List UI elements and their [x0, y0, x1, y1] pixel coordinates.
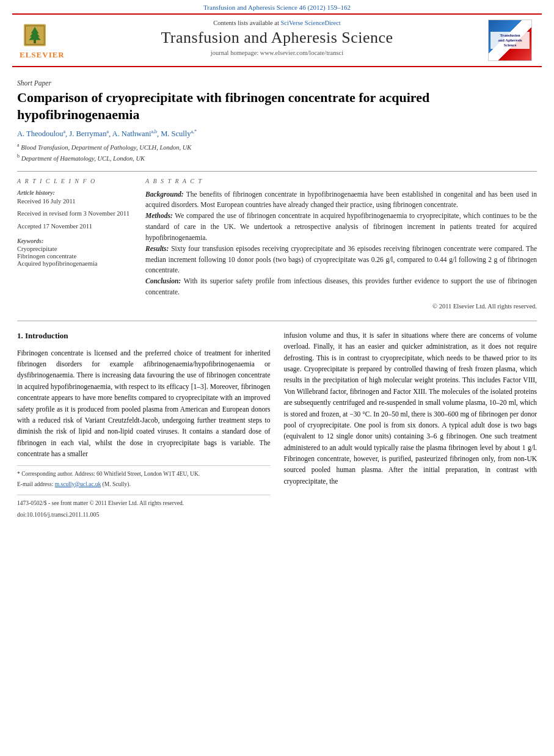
keywords-section: Keywords: Cryoprecipitate Fibrinogen con… — [17, 238, 133, 267]
background-text: The benefits of fibrinogen concentrate i… — [145, 191, 537, 209]
corresponding-footnote: * Corresponding author. Address: 60 Whit… — [17, 470, 271, 478]
keyword-2: Fibrinogen concentrate — [17, 253, 133, 260]
journal-cover: Transfusionand ApheresisScience — [486, 20, 534, 61]
affiliation-a: a Blood Transfusion, Department of Patho… — [17, 142, 537, 152]
authors-line: A. Theodouloua, J. Berrymana, A. Nathwan… — [17, 129, 537, 139]
article-info-abstract-section: A R T I C L E I N F O Article history: R… — [17, 171, 537, 310]
cover-title-text: Transfusionand ApheresisScience — [492, 33, 528, 47]
history-label: Article history: — [17, 189, 133, 196]
methods-text: We compared the use of fibrinogen concen… — [145, 212, 537, 241]
journal-citation: Transfusion and Apheresis Science 46 (20… — [203, 4, 351, 11]
methods-label: Methods: — [145, 212, 173, 219]
results-text: Sixty four transfusion episodes receivin… — [145, 245, 537, 274]
intro-section-title: 1. Introduction — [17, 330, 271, 343]
results-label: Results: — [145, 245, 169, 252]
keyword-3: Acquired hypofibrinogenaemia — [17, 260, 133, 267]
doi-line: doi:10.1016/j.transci.2011.11.005 — [17, 510, 271, 519]
email-label: E-mail address: — [17, 481, 53, 487]
body-content: 1. Introduction Fibrinogen concentrate i… — [17, 321, 537, 519]
article-info-column: A R T I C L E I N F O Article history: R… — [17, 178, 133, 310]
article-title: Comparison of cryoprecipitate with fibri… — [17, 89, 537, 123]
intro-paragraph-1: Fibrinogen concentrate is licensed and t… — [17, 347, 271, 460]
abstract-body: Background: The benefits of fibrinogen c… — [145, 189, 537, 298]
journal-header: ELSEVIER Contents lists available at Sci… — [12, 13, 542, 67]
journal-title: Transfusion and Apheresis Science — [75, 29, 479, 47]
email-link[interactable]: m.scully@ucl.ac.uk — [55, 481, 101, 487]
sciverse-link[interactable]: SciVerse ScienceDirect — [280, 20, 340, 26]
journal-header-center: Contents lists available at SciVerse Sci… — [75, 20, 479, 61]
copyright-line: © 2011 Elsevier Ltd. All rights reserved… — [145, 303, 537, 310]
contents-available-line: Contents lists available at SciVerse Sci… — [75, 20, 479, 26]
elsevier-tree-icon — [20, 21, 50, 49]
keywords-label: Keywords: — [17, 238, 133, 244]
email-name: (M. Scully). — [103, 481, 131, 487]
keyword-1: Cryoprecipitate — [17, 245, 133, 252]
elsevier-brand-text: ELSEVIER — [20, 50, 65, 60]
article-info-title: A R T I C L E I N F O — [17, 178, 133, 184]
intro-paragraph-2: infusion volume and thus, it is safer in… — [284, 330, 538, 487]
revised-date: Received in revised form 3 November 2011 — [17, 209, 133, 219]
footnotes: * Corresponding author. Address: 60 Whit… — [17, 465, 271, 489]
conclusion-text: With its superior safety profile from in… — [145, 277, 537, 296]
body-right-column: infusion volume and thus, it is safer in… — [284, 330, 538, 519]
affiliation-b: b Department of Haematology, UCL, London… — [17, 153, 537, 163]
abstract-title: A B S T R A C T — [145, 178, 537, 184]
elsevier-logo: ELSEVIER — [20, 20, 75, 61]
article-type-label: Short Paper — [17, 79, 537, 87]
background-label: Background: — [145, 191, 184, 198]
cover-image: Transfusionand ApheresisScience — [488, 20, 532, 61]
received-date: Received 16 July 2011 — [17, 197, 133, 206]
email-footnote: E-mail address: m.scully@ucl.ac.uk (M. S… — [17, 480, 271, 489]
affiliations: a Blood Transfusion, Department of Patho… — [17, 142, 537, 164]
issn-line: 1473-0502/$ - see front matter © 2011 El… — [17, 499, 271, 507]
accepted-date: Accepted 17 November 2011 — [17, 222, 133, 231]
journal-homepage: journal homepage: www.elsevier.com/locat… — [75, 49, 479, 56]
issn-doi-section: 1473-0502/$ - see front matter © 2011 El… — [17, 495, 271, 519]
main-content: Short Paper Comparison of cryoprecipitat… — [0, 67, 554, 519]
conclusion-label: Conclusion: — [145, 277, 181, 285]
journal-citation-bar: Transfusion and Apheresis Science 46 (20… — [0, 0, 554, 13]
abstract-column: A B S T R A C T Background: The benefits… — [145, 178, 537, 310]
body-left-column: 1. Introduction Fibrinogen concentrate i… — [17, 330, 271, 519]
